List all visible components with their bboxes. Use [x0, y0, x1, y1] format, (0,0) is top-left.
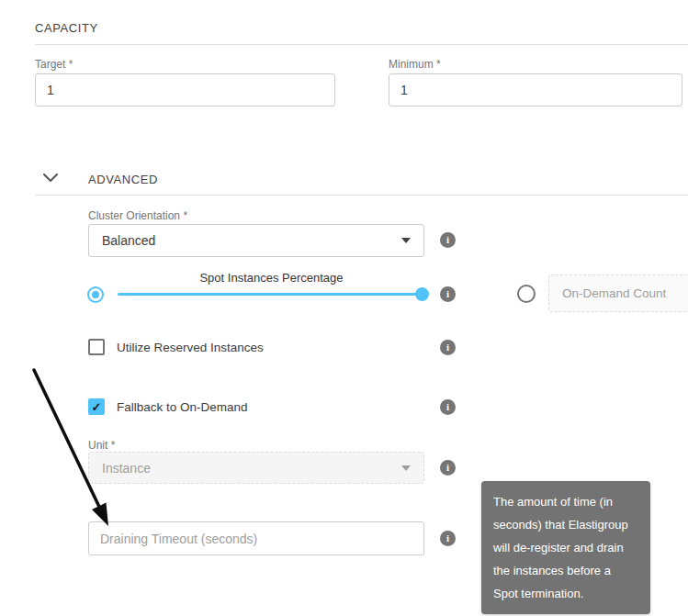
- fallback-on-demand-info-icon[interactable]: i: [440, 399, 456, 415]
- on-demand-count-input: [548, 274, 688, 312]
- draining-timeout-info-icon[interactable]: i: [440, 531, 456, 546]
- spot-percentage-radio[interactable]: [87, 286, 104, 303]
- draining-timeout-input[interactable]: [88, 521, 424, 555]
- target-input[interactable]: [35, 73, 335, 106]
- spot-percentage-label: Spot Instances Percentage: [118, 271, 425, 285]
- cluster-orientation-select[interactable]: Balanced: [88, 224, 424, 257]
- capacity-divider: [35, 44, 688, 45]
- radio-dot: [92, 291, 99, 298]
- dropdown-caret-icon: [401, 465, 411, 471]
- utilize-reserved-label[interactable]: Utilize Reserved Instances: [117, 341, 264, 354]
- fallback-on-demand-label[interactable]: Fallback to On-Demand: [117, 400, 248, 414]
- annotation-arrow: [28, 363, 119, 537]
- capacity-section-title: CAPACITY: [35, 21, 98, 35]
- on-demand-count-radio[interactable]: [517, 285, 536, 303]
- chevron-down-icon[interactable]: [43, 174, 58, 183]
- unit-info-icon[interactable]: i: [440, 460, 456, 476]
- target-label: Target *: [35, 58, 73, 71]
- spot-percentage-slider-thumb[interactable]: [415, 287, 429, 301]
- cluster-orientation-label: Cluster Orientation *: [88, 209, 187, 222]
- spot-percentage-slider-track[interactable]: [118, 293, 423, 296]
- advanced-section-title[interactable]: ADVANCED: [88, 173, 158, 186]
- utilize-reserved-checkbox[interactable]: [88, 339, 105, 355]
- minimum-label: Minimum *: [389, 58, 441, 71]
- cluster-orientation-info-icon[interactable]: i: [440, 232, 456, 248]
- cluster-orientation-value: Balanced: [102, 233, 155, 248]
- draining-timeout-tooltip: The amount of time (in seconds) that Ela…: [481, 481, 650, 614]
- spot-percentage-info-icon[interactable]: i: [440, 286, 456, 302]
- utilize-reserved-info-icon[interactable]: i: [440, 340, 456, 355]
- dropdown-caret-icon: [401, 238, 411, 243]
- unit-select: Instance: [88, 452, 424, 484]
- minimum-input[interactable]: [389, 73, 682, 106]
- advanced-divider: [35, 195, 688, 196]
